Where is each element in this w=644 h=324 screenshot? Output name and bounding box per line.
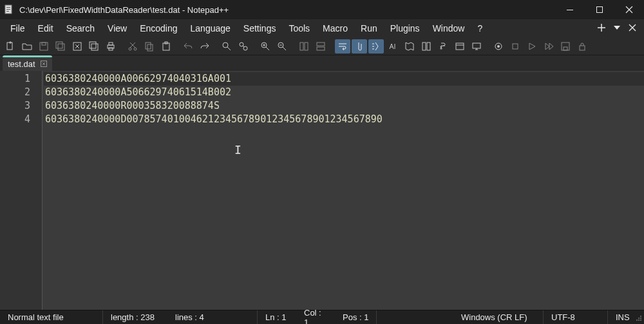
text-line[interactable]: 6036380240000R000358320088874S (44, 99, 644, 113)
menu-encoding[interactable]: Encoding (133, 21, 184, 35)
svg-rect-13 (91, 44, 98, 50)
new-file-icon[interactable] (3, 39, 18, 53)
indent-guide-icon[interactable] (368, 39, 384, 53)
svg-point-23 (223, 43, 228, 48)
menu-macro[interactable]: Macro (316, 21, 354, 35)
line-number: 4 (0, 113, 30, 126)
svg-point-18 (134, 48, 137, 50)
zoom-in-icon[interactable] (258, 39, 273, 53)
svg-point-17 (129, 48, 131, 50)
svg-rect-28 (300, 43, 303, 50)
svg-rect-12 (90, 42, 96, 48)
menu-settings[interactable]: Settings (237, 21, 283, 35)
record-macro-icon[interactable] (491, 39, 506, 53)
status-eol[interactable]: Windows (CR LF) (453, 310, 544, 324)
play-multi-icon[interactable] (541, 39, 556, 53)
svg-rect-1 (6, 7, 10, 8)
status-encoding[interactable]: UTF-8 (544, 310, 608, 324)
new-plus-icon[interactable] (594, 23, 609, 34)
close-file-icon[interactable] (70, 39, 85, 53)
folder-workspace-icon[interactable] (452, 39, 468, 53)
tab-close-icon[interactable] (41, 61, 47, 68)
menu-edit[interactable]: Edit (32, 21, 60, 35)
svg-rect-5 (597, 7, 603, 13)
app-icon (4, 5, 14, 15)
wordwrap-icon[interactable] (335, 39, 350, 53)
svg-point-44 (640, 319, 641, 321)
editor[interactable]: 1234 6036380240000A00662974040316A001603… (0, 71, 644, 310)
tab-label: test.dat (8, 59, 35, 69)
titlebar: C:\dev\Perl\FixedWidthDataReader\test.da… (0, 0, 644, 19)
menu-view[interactable]: View (101, 21, 133, 35)
sync-vscroll-icon[interactable] (296, 39, 312, 53)
svg-rect-9 (56, 42, 62, 48)
menu-run[interactable]: Run (354, 21, 384, 35)
save-macro-icon[interactable] (558, 39, 573, 53)
menu-help[interactable]: ? (471, 21, 489, 35)
text-area[interactable]: 6036380240000A00662974040316A00160363802… (43, 71, 644, 310)
svg-rect-8 (42, 43, 46, 45)
menubar-close-icon[interactable] (625, 23, 640, 33)
copy-icon[interactable] (142, 39, 157, 53)
text-line[interactable]: 6036380240000D00785740100462123456789012… (44, 113, 644, 126)
monitor-icon[interactable] (469, 39, 484, 53)
dropdown-icon[interactable] (609, 23, 625, 33)
lock-icon[interactable] (574, 39, 590, 53)
play-macro-icon[interactable] (524, 39, 540, 53)
text-line[interactable]: 6036380240000A00662974040316A001 (44, 72, 644, 86)
tabbar: test.dat (0, 55, 644, 71)
line-gutter: 1234 (0, 71, 43, 310)
resize-grip-icon[interactable] (632, 310, 644, 324)
close-button[interactable] (614, 0, 644, 19)
svg-rect-32 (422, 43, 426, 50)
svg-text:x: x (440, 44, 442, 50)
svg-rect-20 (147, 44, 153, 51)
sync-hscroll-icon[interactable] (313, 39, 328, 53)
menu-file[interactable]: File (4, 21, 32, 35)
svg-rect-41 (564, 47, 567, 50)
show-chars-icon[interactable] (352, 39, 367, 53)
find-icon[interactable] (219, 39, 234, 53)
status-mode[interactable]: INS (608, 310, 632, 324)
text-line[interactable]: 6036380240000A50662974061514B002 (44, 86, 644, 99)
svg-rect-40 (562, 43, 569, 50)
menu-window[interactable]: Window (426, 21, 471, 35)
menu-language[interactable]: Language (184, 21, 237, 35)
svg-rect-39 (513, 44, 518, 49)
tab-test-dat[interactable]: test.dat (3, 57, 52, 71)
doc-list-icon[interactable] (419, 39, 434, 53)
close-all-icon[interactable] (86, 39, 102, 53)
zoom-out-icon[interactable] (274, 39, 290, 53)
svg-rect-35 (456, 43, 464, 50)
function-list-icon[interactable]: x (435, 39, 451, 53)
maximize-button[interactable] (585, 0, 614, 19)
doc-map-icon[interactable] (402, 39, 417, 53)
menubar: File Edit Search View Encoding Language … (0, 19, 644, 37)
status-filetype: Normal text file (0, 310, 103, 324)
save-icon[interactable] (36, 39, 52, 53)
toolbar: x (0, 37, 644, 55)
svg-point-47 (636, 319, 638, 321)
svg-point-45 (638, 319, 639, 321)
replace-icon[interactable] (236, 39, 251, 53)
save-all-icon[interactable] (53, 39, 68, 53)
svg-point-46 (640, 318, 641, 319)
menu-tools[interactable]: Tools (282, 21, 316, 35)
print-icon[interactable] (103, 39, 118, 53)
status-ln: Ln : 1 (258, 310, 296, 324)
svg-rect-33 (427, 43, 430, 50)
svg-rect-36 (473, 43, 480, 48)
undo-icon[interactable] (180, 39, 196, 53)
lang-icon[interactable] (385, 39, 401, 53)
line-number: 3 (0, 99, 30, 113)
minimize-button[interactable] (555, 0, 585, 19)
open-file-icon[interactable] (19, 39, 35, 53)
menu-search[interactable]: Search (60, 21, 101, 35)
paste-icon[interactable] (158, 39, 174, 53)
menu-plugins[interactable]: Plugins (384, 21, 426, 35)
status-pos: Pos : 1 (335, 310, 377, 324)
stop-macro-icon[interactable] (507, 39, 523, 53)
svg-rect-42 (580, 46, 585, 50)
redo-icon[interactable] (197, 39, 213, 53)
cut-icon[interactable] (125, 39, 140, 53)
